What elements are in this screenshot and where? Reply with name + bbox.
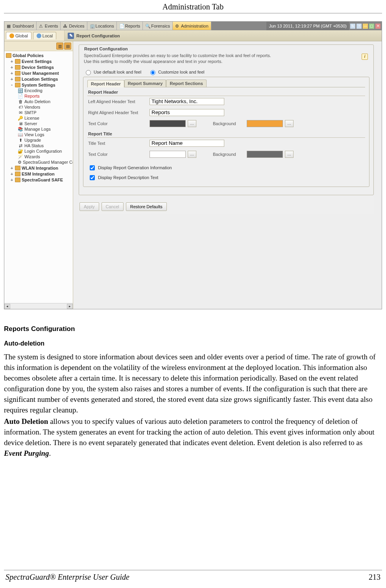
- tree-label: Encoding: [24, 88, 42, 93]
- scope-tab-local[interactable]: Local: [33, 32, 56, 39]
- tree-leaf-vendors[interactable]: 🏷Vendors: [4, 104, 73, 110]
- tree-leaf-view-logs[interactable]: 📖View Logs: [4, 132, 73, 137]
- radio-default[interactable]: Use default look and feel: [84, 69, 141, 75]
- sidebar-tree: ▥ ▤ Global Policies +Event Settings +Dev…: [4, 41, 73, 309]
- expand-icon[interactable]: +: [10, 165, 14, 170]
- tree-label: Manage Logs: [24, 127, 51, 131]
- tab-forensics[interactable]: 🔍Forensics: [143, 22, 173, 30]
- title-text-input[interactable]: [150, 140, 224, 147]
- expand-icon[interactable]: +: [10, 76, 14, 81]
- expand-all-icon[interactable]: ▥: [56, 43, 63, 50]
- title-text-color-swatch: [150, 151, 186, 158]
- expand-icon[interactable]: +: [10, 177, 14, 182]
- tab-events[interactable]: ⚠Events: [37, 22, 61, 30]
- expand-icon[interactable]: +: [10, 171, 14, 176]
- app-screenshot: ▦Dashboard ⚠Events 🖧Devices 🏢Locations 📄…: [4, 21, 382, 309]
- tree-branch-location-settings[interactable]: +Location Settings: [4, 76, 73, 82]
- tree-label: Global Policies: [13, 53, 44, 58]
- cancel-button[interactable]: Cancel: [102, 202, 124, 211]
- expand-icon[interactable]: +: [10, 65, 14, 70]
- reports-icon: 📄: [18, 94, 23, 98]
- radio-custom-input[interactable]: [150, 70, 155, 75]
- title-text-color-button[interactable]: …: [188, 151, 196, 158]
- reports-icon: 📄: [119, 24, 124, 28]
- tree-branch-wlan[interactable]: +WLAN Integration: [4, 165, 73, 171]
- subtab-header[interactable]: Report Header: [87, 80, 124, 87]
- scroll-right-icon[interactable]: ▸: [67, 304, 73, 309]
- close-icon[interactable]: ✕: [375, 23, 381, 29]
- tab-reports[interactable]: 📄Reports: [117, 22, 143, 30]
- tree-label: Location Settings: [22, 77, 58, 81]
- tab-locations[interactable]: 🏢Locations: [87, 22, 117, 30]
- tree-leaf-sg-manager[interactable]: ⚙SpectraGuard Manager Configu: [4, 159, 73, 165]
- info-icon[interactable]: i: [362, 54, 368, 60]
- tree-leaf-upgrade[interactable]: ⬆Upgrade: [4, 137, 73, 143]
- sidebar-scrollbar[interactable]: ◂ ▸: [4, 303, 73, 309]
- tree-branch-event-settings[interactable]: +Event Settings: [4, 58, 73, 64]
- folder-icon: [15, 65, 20, 70]
- tree-branch-user-management[interactable]: +User Management: [4, 70, 73, 76]
- tab-dashboard[interactable]: ▦Dashboard: [4, 22, 37, 30]
- page-footer: SpectraGuard® Enterprise User Guide 213: [4, 570, 382, 586]
- title-bg-color-swatch: [247, 151, 283, 158]
- tree-leaf-server[interactable]: 🖥Server: [4, 121, 73, 126]
- header-bg-color-button[interactable]: …: [285, 120, 294, 127]
- expand-icon[interactable]: +: [10, 70, 14, 76]
- help-icon[interactable]: ?: [356, 23, 362, 29]
- apply-button[interactable]: Apply: [79, 202, 99, 211]
- radio-default-input[interactable]: [86, 70, 91, 75]
- encoding-icon: 🔡: [18, 88, 23, 93]
- radio-label: Use default look and feel: [94, 70, 141, 74]
- left-header-input[interactable]: [150, 98, 224, 105]
- devices-icon: 🖧: [63, 24, 68, 28]
- folder-icon: [15, 83, 20, 87]
- tab-administration[interactable]: ⚙Administration: [173, 22, 211, 30]
- header-text-color-button[interactable]: …: [188, 120, 196, 127]
- chk-display-gen-info[interactable]: Display Report Generation Information: [87, 163, 365, 173]
- scroll-left-icon[interactable]: ◂: [4, 304, 10, 309]
- tree-leaf-auto-deletion[interactable]: 🗑Auto Deletion: [4, 99, 73, 104]
- maximize-icon[interactable]: ▢: [369, 23, 375, 29]
- row-header-colors: Text Color … Background …: [87, 118, 365, 129]
- restore-defaults-button[interactable]: Restore Defaults: [126, 202, 167, 211]
- scope-tab-global[interactable]: Global: [6, 32, 31, 39]
- subtab-summary[interactable]: Report Summary: [124, 80, 166, 87]
- tree-leaf-manage-logs[interactable]: 📚Manage Logs: [4, 126, 73, 132]
- nav-tree: Global Policies +Event Settings +Device …: [4, 51, 73, 309]
- tree-branch-device-settings[interactable]: +Device Settings: [4, 64, 73, 70]
- tree-branch-safe[interactable]: +SpectraGuard SAFE: [4, 177, 73, 183]
- view-logs-icon: 📖: [18, 132, 23, 137]
- tree-leaf-encoding[interactable]: 🔡Encoding: [4, 88, 73, 93]
- help-text: SpectraGuard Enterprise provides an easy…: [83, 52, 369, 67]
- tree-leaf-wizards[interactable]: 🪄Wizards: [4, 154, 73, 159]
- collapse-all-icon[interactable]: ▤: [64, 43, 71, 50]
- title-bg-color-button[interactable]: …: [285, 151, 294, 158]
- chk-desc-input[interactable]: [90, 175, 95, 180]
- tree-leaf-reports[interactable]: 📄Reports: [4, 93, 73, 99]
- locations-icon: 🏢: [90, 24, 94, 28]
- tab-label: Dashboard: [13, 24, 34, 28]
- tree-branch-system-settings[interactable]: -System Settings: [4, 82, 73, 88]
- radio-custom[interactable]: Customize look and feel: [148, 69, 204, 75]
- body-paragraph-1: The system is designed to store informat…: [4, 352, 382, 416]
- subtab-sections[interactable]: Report Sections: [166, 80, 206, 87]
- tree-leaf-ha-status[interactable]: ⇄HA Status: [4, 143, 73, 148]
- folder-icon: [6, 53, 11, 58]
- refresh-icon[interactable]: ↻: [350, 23, 356, 29]
- tree-label: Reports: [24, 94, 40, 98]
- tree-leaf-smtp[interactable]: ✉SMTP: [4, 110, 73, 115]
- chk-gen-info-input[interactable]: [90, 165, 95, 170]
- expand-icon[interactable]: +: [10, 59, 14, 64]
- tree-root[interactable]: Global Policies: [4, 53, 73, 58]
- minimize-icon[interactable]: —: [362, 23, 368, 29]
- right-header-input[interactable]: [150, 109, 224, 116]
- login-icon: 🔐: [18, 149, 23, 153]
- collapse-icon[interactable]: -: [10, 82, 14, 87]
- chk-display-desc[interactable]: Display Report Description Text: [87, 173, 365, 183]
- tab-devices[interactable]: 🖧Devices: [61, 22, 87, 30]
- tree-leaf-login-config[interactable]: 🔐Login Configuration: [4, 148, 73, 154]
- tree-leaf-license[interactable]: 🔑License: [4, 115, 73, 121]
- tree-branch-esm[interactable]: +ESM Integration: [4, 171, 73, 177]
- tab-label: Forensics: [151, 24, 170, 28]
- manage-logs-icon: 📚: [18, 127, 23, 131]
